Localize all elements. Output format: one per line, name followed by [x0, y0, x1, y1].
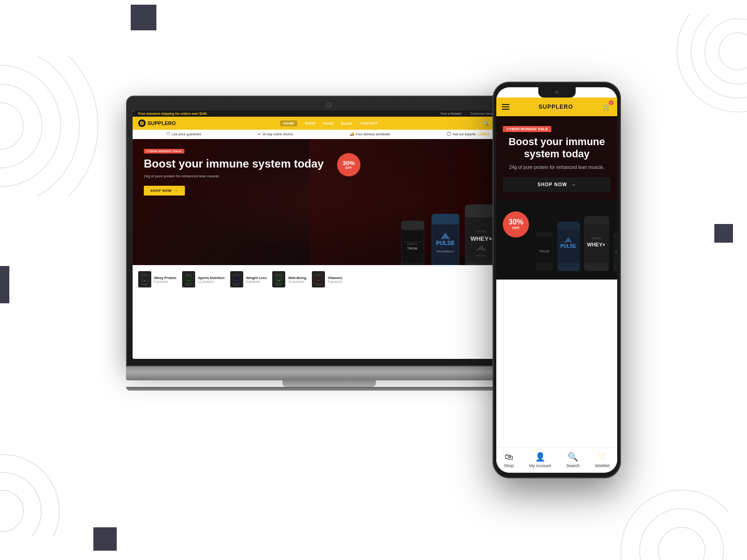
- website-content: Free standard shipping for orders over $…: [133, 111, 526, 359]
- whey-info: Whey Protein 6 products: [154, 276, 176, 283]
- feature-price-text: Low price guarantee: [172, 133, 201, 136]
- laptop-foot: [126, 387, 532, 391]
- feature-experts-text: Ask our experts:: [453, 133, 477, 136]
- weightloss-count: 2 products: [246, 280, 267, 283]
- price-icon: 🛡: [167, 132, 170, 136]
- mobile-shop-label: SHOP NOW: [537, 182, 567, 187]
- shop-now-button[interactable]: SHOP NOW →: [144, 186, 185, 196]
- discount-badge: 30% OFF: [337, 153, 360, 176]
- mobile-products-display: TRIUM PULSE: [534, 207, 617, 272]
- svg-text:VIT: VIT: [317, 280, 320, 282]
- mobile-nav-account[interactable]: 👤 My Account: [529, 452, 551, 468]
- weightloss-image: WL: [230, 271, 243, 287]
- weightloss-info: Weight Loss 2 products: [246, 276, 267, 283]
- experts-phone[interactable]: 1-888-3...: [478, 133, 492, 136]
- delivery-icon: 🚚: [350, 132, 354, 136]
- mobile-cart-badge: 0: [609, 100, 613, 105]
- shop-now-label: SHOP NOW: [150, 189, 172, 193]
- whey-image: W+: [138, 271, 151, 287]
- mobile-logo: SUPPLERO: [538, 104, 573, 110]
- mobile-hero-title: Boost your immune system today: [503, 136, 611, 161]
- discount-percent: 30%: [343, 160, 355, 166]
- categories-section: W+ Whey Protein 6 products SN: [133, 265, 526, 293]
- mobile-device: SUPPLERO 🛒 0 CYBER MONDAY SALE Boost you…: [493, 82, 621, 478]
- laptop-stand: [282, 380, 376, 387]
- nav-blog[interactable]: BLOG: [341, 121, 352, 126]
- find-retailer-link[interactable]: Find a Retailer: [441, 112, 462, 115]
- discount-off: OFF: [345, 166, 352, 169]
- svg-text:WL: WL: [235, 280, 239, 282]
- laptop-body: Free standard shipping for orders over $…: [126, 96, 532, 366]
- wellbeing-info: Well-Being 12 products: [288, 276, 306, 283]
- arrow-icon: →: [175, 189, 178, 193]
- mobile-spacer: [496, 280, 617, 448]
- svg-text:TRIUM: TRIUM: [539, 250, 549, 253]
- mobile-nav-wishlist[interactable]: ♡ Wishlist: [595, 452, 609, 468]
- features-bar: 🛡 Low price guarantee ↩ 30 day online re…: [133, 130, 526, 139]
- hero-section: CYBER MONDAY SALE Boost your immune syst…: [133, 139, 526, 265]
- svg-text:PRE-WORKOUT: PRE-WORKOUT: [437, 250, 454, 253]
- mobile-arrow-icon: →: [571, 182, 576, 187]
- nav-page[interactable]: PAGE: [323, 121, 334, 126]
- wellbeing-name: Well-Being: [288, 276, 306, 280]
- hero-title: Boost your immune system today: [144, 157, 338, 170]
- vitamins-count: 5 products: [328, 280, 342, 283]
- category-vitamins[interactable]: VIT Vitamins 5 products: [312, 271, 342, 287]
- search-label: Search: [566, 463, 580, 468]
- mobile-discount-badge: 30% OFF: [503, 211, 529, 238]
- separator-1: •: [465, 112, 466, 115]
- laptop-screen: Free standard shipping for orders over $…: [133, 111, 526, 359]
- mobile-hero-badge: CYBER MONDAY SALE: [503, 126, 551, 132]
- hamburger-line-3: [502, 109, 509, 110]
- vitamins-info: Vitamins 5 products: [328, 276, 342, 283]
- shipping-text: Free standard shipping for orders over $…: [138, 112, 208, 115]
- mobile-nav: SUPPLERO 🛒 0: [496, 98, 617, 116]
- wishlist-label: Wishlist: [595, 463, 609, 468]
- navigation: SUPPLERO HOME SHOP PAGE BLOG CONTACT 🔍: [133, 117, 526, 130]
- mobile-frame: SUPPLERO 🛒 0 CYBER MONDAY SALE Boost you…: [493, 82, 621, 478]
- whey-count: 6 products: [154, 280, 176, 283]
- svg-rect-20: [404, 242, 421, 242]
- whey-name: Whey Protein: [154, 276, 176, 280]
- product-trium: TRIUM ENERGY: [397, 216, 428, 265]
- hamburger-line-2: [502, 106, 509, 107]
- nav-home[interactable]: HOME: [280, 120, 297, 126]
- mobile-menu-button[interactable]: [502, 104, 509, 110]
- experts-icon: 💬: [447, 132, 451, 136]
- feature-returns: ↩ 30 day online returns: [258, 132, 293, 136]
- svg-text:WB: WB: [277, 280, 281, 282]
- nav-shop[interactable]: SHOP: [305, 121, 316, 126]
- weightloss-name: Weight Loss: [246, 276, 267, 280]
- feature-delivery: 🚚 Free delivery worldwide: [350, 132, 390, 136]
- front-camera: [555, 91, 559, 94]
- shipping-label: Free standard shipping for orders: [138, 112, 190, 115]
- svg-rect-23: [431, 214, 459, 225]
- svg-text:CHARGE: CHARGE: [615, 250, 617, 253]
- mobile-shop-now-button[interactable]: SHOP NOW →: [503, 177, 611, 192]
- devices-wrapper: Free standard shipping for orders over $…: [117, 58, 630, 502]
- laptop-base: [126, 366, 532, 380]
- returns-icon: ↩: [258, 132, 261, 136]
- hamburger-line-1: [502, 104, 509, 105]
- svg-text:PULSE: PULSE: [560, 244, 576, 249]
- mobile-nav-search[interactable]: 🔍 Search: [566, 452, 580, 468]
- logo[interactable]: SUPPLERO: [138, 119, 176, 127]
- mobile-nav-shop[interactable]: 🛍 Shop: [504, 452, 514, 468]
- mobile-hero-subtitle: 24g of pure protein for enhanced lean mu…: [503, 164, 611, 171]
- category-whey[interactable]: W+ Whey Protein 6 products: [138, 271, 176, 287]
- category-weightloss[interactable]: WL Weight Loss 2 products: [230, 271, 267, 287]
- wellbeing-image: WB: [272, 271, 285, 287]
- hero-subtitle: 24g of pure protein for enhanced lean mu…: [144, 174, 338, 178]
- mobile-cart-icon[interactable]: 🛒 0: [602, 102, 612, 112]
- laptop-camera: [326, 102, 332, 108]
- main-container: Free standard shipping for orders over $…: [0, 0, 747, 560]
- svg-text:WHEY+: WHEY+: [471, 235, 493, 242]
- logo-icon: [138, 119, 146, 127]
- svg-text:NATURO: NATURO: [592, 237, 601, 240]
- category-wellbeing[interactable]: WB Well-Being 12 products: [272, 271, 306, 287]
- search-icon[interactable]: 🔍: [483, 120, 489, 126]
- category-sports[interactable]: SN Sports Nutrition 11 products: [182, 271, 225, 287]
- mobile-notch: [538, 87, 576, 98]
- nav-contact[interactable]: CONTACT: [360, 121, 379, 126]
- account-nav-icon: 👤: [535, 452, 545, 462]
